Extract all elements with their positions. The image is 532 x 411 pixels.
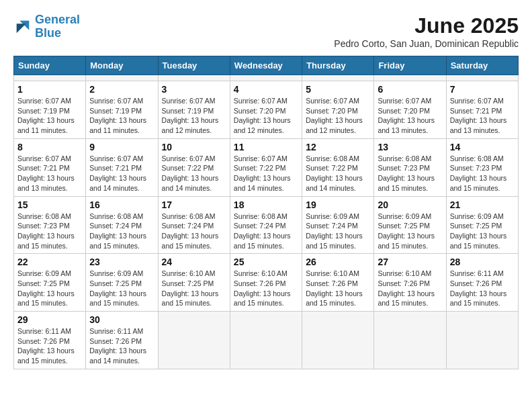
calendar-day-cell bbox=[158, 75, 230, 81]
calendar-day-cell: 11Sunrise: 6:07 AMSunset: 7:22 PMDayligh… bbox=[230, 138, 302, 196]
day-info: Sunrise: 6:07 AMSunset: 7:22 PMDaylight:… bbox=[162, 154, 226, 193]
logo-icon bbox=[13, 17, 32, 36]
day-number: 18 bbox=[234, 199, 298, 210]
calendar-body: 1Sunrise: 6:07 AMSunset: 7:19 PMDaylight… bbox=[14, 75, 519, 369]
day-info: Sunrise: 6:07 AMSunset: 7:21 PMDaylight:… bbox=[89, 154, 154, 193]
day-info: Sunrise: 6:09 AMSunset: 7:25 PMDaylight:… bbox=[89, 269, 154, 308]
day-number: 13 bbox=[378, 142, 442, 152]
day-number: 3 bbox=[162, 84, 226, 95]
day-number: 25 bbox=[234, 257, 298, 267]
calendar-day-cell: 19Sunrise: 6:09 AMSunset: 7:24 PMDayligh… bbox=[302, 196, 374, 254]
day-info: Sunrise: 6:08 AMSunset: 7:23 PMDaylight:… bbox=[17, 212, 82, 251]
calendar-day-cell: 6Sunrise: 6:07 AMSunset: 7:20 PMDaylight… bbox=[374, 81, 446, 139]
day-number: 17 bbox=[162, 199, 226, 210]
day-number: 6 bbox=[378, 84, 442, 95]
calendar-day-cell: 15Sunrise: 6:08 AMSunset: 7:23 PMDayligh… bbox=[14, 196, 86, 254]
calendar-day-cell bbox=[230, 312, 302, 369]
day-number: 2 bbox=[89, 84, 154, 95]
day-info: Sunrise: 6:08 AMSunset: 7:23 PMDaylight:… bbox=[450, 154, 515, 193]
calendar-day-cell: 9Sunrise: 6:07 AMSunset: 7:21 PMDaylight… bbox=[86, 138, 158, 196]
day-info: Sunrise: 6:09 AMSunset: 7:24 PMDaylight:… bbox=[306, 212, 370, 251]
day-info: Sunrise: 6:07 AMSunset: 7:19 PMDaylight:… bbox=[162, 96, 226, 136]
day-info: Sunrise: 6:11 AMSunset: 7:26 PMDaylight:… bbox=[89, 326, 154, 366]
calendar-day-cell: 4Sunrise: 6:07 AMSunset: 7:20 PMDaylight… bbox=[230, 81, 302, 139]
weekday-header-cell: Wednesday bbox=[230, 56, 302, 75]
day-number: 21 bbox=[450, 199, 515, 210]
day-number: 30 bbox=[89, 314, 154, 325]
day-number: 26 bbox=[306, 257, 370, 267]
title-section: June 2025 Pedro Corto, San Juan, Dominic… bbox=[334, 13, 519, 49]
day-number: 10 bbox=[162, 142, 226, 152]
day-info: Sunrise: 6:09 AMSunset: 7:25 PMDaylight:… bbox=[378, 212, 442, 251]
day-number: 9 bbox=[89, 142, 154, 152]
weekday-header-cell: Friday bbox=[374, 56, 446, 75]
logo-text: General Blue bbox=[35, 13, 80, 40]
day-info: Sunrise: 6:08 AMSunset: 7:24 PMDaylight:… bbox=[162, 212, 226, 251]
calendar-subtitle: Pedro Corto, San Juan, Dominican Republi… bbox=[334, 38, 519, 49]
calendar-day-cell: 20Sunrise: 6:09 AMSunset: 7:25 PMDayligh… bbox=[374, 196, 446, 254]
day-number: 19 bbox=[306, 199, 370, 210]
day-number: 23 bbox=[89, 257, 154, 267]
calendar-day-cell bbox=[302, 75, 374, 81]
calendar-week-row bbox=[14, 75, 519, 81]
calendar-day-cell: 26Sunrise: 6:10 AMSunset: 7:26 PMDayligh… bbox=[302, 254, 374, 312]
day-info: Sunrise: 6:08 AMSunset: 7:24 PMDaylight:… bbox=[234, 212, 298, 251]
calendar-week-row: 15Sunrise: 6:08 AMSunset: 7:23 PMDayligh… bbox=[14, 196, 519, 254]
calendar-table: SundayMondayTuesdayWednesdayThursdayFrid… bbox=[13, 56, 519, 369]
day-number: 27 bbox=[378, 257, 442, 267]
calendar-day-cell bbox=[158, 312, 230, 369]
weekday-header-cell: Saturday bbox=[446, 56, 518, 75]
day-number: 8 bbox=[17, 142, 82, 152]
calendar-day-cell: 28Sunrise: 6:11 AMSunset: 7:26 PMDayligh… bbox=[446, 254, 518, 312]
day-info: Sunrise: 6:08 AMSunset: 7:23 PMDaylight:… bbox=[378, 154, 442, 193]
calendar-day-cell bbox=[446, 312, 518, 369]
calendar-week-row: 1Sunrise: 6:07 AMSunset: 7:19 PMDaylight… bbox=[14, 81, 519, 139]
calendar-day-cell bbox=[302, 312, 374, 369]
day-info: Sunrise: 6:11 AMSunset: 7:26 PMDaylight:… bbox=[450, 269, 515, 308]
day-number: 22 bbox=[17, 257, 82, 267]
calendar-day-cell bbox=[446, 75, 518, 81]
day-info: Sunrise: 6:07 AMSunset: 7:20 PMDaylight:… bbox=[234, 96, 298, 136]
calendar-day-cell bbox=[230, 75, 302, 81]
calendar-day-cell bbox=[86, 75, 158, 81]
weekday-header-cell: Sunday bbox=[14, 56, 86, 75]
calendar-day-cell bbox=[374, 312, 446, 369]
calendar-day-cell: 12Sunrise: 6:08 AMSunset: 7:22 PMDayligh… bbox=[302, 138, 374, 196]
calendar-day-cell: 24Sunrise: 6:10 AMSunset: 7:25 PMDayligh… bbox=[158, 254, 230, 312]
calendar-day-cell: 16Sunrise: 6:08 AMSunset: 7:24 PMDayligh… bbox=[86, 196, 158, 254]
calendar-day-cell: 5Sunrise: 6:07 AMSunset: 7:20 PMDaylight… bbox=[302, 81, 374, 139]
day-number: 15 bbox=[17, 199, 82, 210]
calendar-day-cell: 10Sunrise: 6:07 AMSunset: 7:22 PMDayligh… bbox=[158, 138, 230, 196]
calendar-day-cell: 3Sunrise: 6:07 AMSunset: 7:19 PMDaylight… bbox=[158, 81, 230, 139]
calendar-day-cell: 29Sunrise: 6:11 AMSunset: 7:26 PMDayligh… bbox=[14, 312, 86, 369]
day-info: Sunrise: 6:08 AMSunset: 7:24 PMDaylight:… bbox=[89, 212, 154, 251]
day-info: Sunrise: 6:09 AMSunset: 7:25 PMDaylight:… bbox=[17, 269, 82, 308]
weekday-header-cell: Monday bbox=[86, 56, 158, 75]
day-info: Sunrise: 6:07 AMSunset: 7:20 PMDaylight:… bbox=[378, 96, 442, 136]
day-number: 11 bbox=[234, 142, 298, 152]
calendar-day-cell: 21Sunrise: 6:09 AMSunset: 7:25 PMDayligh… bbox=[446, 196, 518, 254]
calendar-day-cell bbox=[374, 75, 446, 81]
day-number: 14 bbox=[450, 142, 515, 152]
calendar-title: June 2025 bbox=[334, 13, 519, 38]
logo: General Blue bbox=[13, 13, 80, 40]
day-info: Sunrise: 6:09 AMSunset: 7:25 PMDaylight:… bbox=[450, 212, 515, 251]
calendar-day-cell: 13Sunrise: 6:08 AMSunset: 7:23 PMDayligh… bbox=[374, 138, 446, 196]
day-number: 12 bbox=[306, 142, 370, 152]
weekday-header-row: SundayMondayTuesdayWednesdayThursdayFrid… bbox=[14, 56, 519, 75]
calendar-week-row: 29Sunrise: 6:11 AMSunset: 7:26 PMDayligh… bbox=[14, 312, 519, 369]
day-info: Sunrise: 6:07 AMSunset: 7:20 PMDaylight:… bbox=[306, 96, 370, 136]
calendar-day-cell: 1Sunrise: 6:07 AMSunset: 7:19 PMDaylight… bbox=[14, 81, 86, 139]
day-info: Sunrise: 6:07 AMSunset: 7:19 PMDaylight:… bbox=[17, 96, 82, 136]
day-number: 28 bbox=[450, 257, 515, 267]
day-number: 5 bbox=[306, 84, 370, 95]
day-info: Sunrise: 6:10 AMSunset: 7:26 PMDaylight:… bbox=[306, 269, 370, 308]
calendar-day-cell: 22Sunrise: 6:09 AMSunset: 7:25 PMDayligh… bbox=[14, 254, 86, 312]
weekday-header-cell: Thursday bbox=[302, 56, 374, 75]
calendar-day-cell: 8Sunrise: 6:07 AMSunset: 7:21 PMDaylight… bbox=[14, 138, 86, 196]
day-info: Sunrise: 6:07 AMSunset: 7:19 PMDaylight:… bbox=[89, 96, 154, 136]
day-number: 4 bbox=[234, 84, 298, 95]
weekday-header-cell: Tuesday bbox=[158, 56, 230, 75]
svg-marker-1 bbox=[17, 24, 26, 33]
day-info: Sunrise: 6:08 AMSunset: 7:22 PMDaylight:… bbox=[306, 154, 370, 193]
